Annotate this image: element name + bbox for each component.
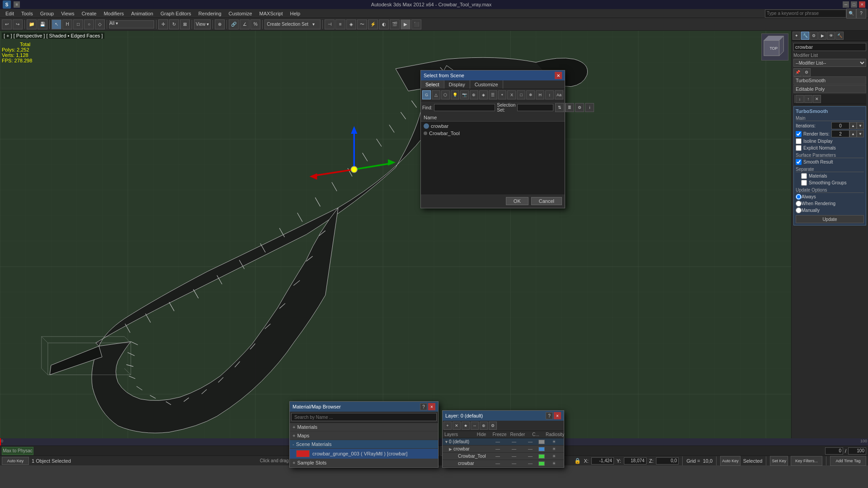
menu-group[interactable]: Group bbox=[37, 11, 58, 16]
expand-crowbar[interactable]: ▶ bbox=[449, 447, 453, 451]
mp-close-btn[interactable]: × bbox=[428, 403, 435, 410]
sel-sort-icon[interactable]: ⇅ bbox=[555, 103, 564, 112]
snap-btn[interactable]: 🔗 bbox=[229, 19, 239, 29]
layer-row-default[interactable]: ▼ 0 (default) — — — ☀ bbox=[443, 438, 564, 446]
modifier-name-input[interactable] bbox=[793, 43, 866, 51]
select-filter-groups[interactable]: □ bbox=[517, 90, 525, 99]
minimize-btn[interactable]: ─ bbox=[843, 1, 849, 8]
tab-display[interactable]: Display bbox=[444, 80, 470, 89]
x-coord-input[interactable] bbox=[591, 457, 614, 465]
rect-select-btn[interactable]: □ bbox=[73, 19, 83, 29]
set-key-btn[interactable]: Set Key bbox=[770, 456, 788, 466]
iterations-down[interactable]: ▼ bbox=[857, 122, 864, 129]
hierarchy-icon[interactable]: ⚙ bbox=[810, 32, 818, 40]
menu-animation[interactable]: Animation bbox=[127, 11, 157, 16]
add-time-tag-btn[interactable]: Add Time Tag bbox=[830, 456, 866, 466]
undo-btn[interactable]: ↩ bbox=[2, 19, 12, 29]
autokey-btn[interactable]: Auto Key bbox=[720, 456, 741, 466]
list-item-crowbar-tool[interactable]: Crowbar_Tool bbox=[422, 130, 564, 137]
select-filter-space[interactable]: ◈ bbox=[479, 90, 488, 99]
select-filter-frozen[interactable]: ❄ bbox=[526, 90, 535, 99]
mp-item-crowbar[interactable]: crowbar_grunge_003 ( VRayMtl ) [crowbar] bbox=[290, 449, 438, 459]
render-iters-up[interactable]: ▲ bbox=[849, 130, 857, 137]
delete-modifier-icon[interactable]: ✕ bbox=[813, 95, 821, 103]
material-editor-btn[interactable]: ◐ bbox=[379, 19, 389, 29]
menu-modifiers[interactable]: Modifiers bbox=[100, 11, 127, 16]
sel-config-icon[interactable]: ⚙ bbox=[575, 103, 584, 112]
angle-snap-btn[interactable]: ∠ bbox=[240, 19, 250, 29]
find-input[interactable] bbox=[434, 104, 495, 111]
select-btn[interactable]: ↖ bbox=[52, 19, 61, 29]
manually-radio[interactable] bbox=[796, 207, 802, 213]
sel-columns-icon[interactable]: ≣ bbox=[565, 103, 574, 112]
materials-checkbox[interactable] bbox=[801, 173, 807, 179]
select-filter-case[interactable]: Aa bbox=[555, 90, 563, 99]
select-by-name-btn[interactable]: H bbox=[62, 19, 72, 29]
menu-customize[interactable]: Customize bbox=[225, 11, 256, 16]
update-btn[interactable]: Update bbox=[796, 215, 864, 223]
scale-btn[interactable]: ⊠ bbox=[180, 19, 190, 29]
motion-icon[interactable]: ▶ bbox=[818, 32, 826, 40]
ref-coord-btn[interactable]: View ▾ bbox=[194, 19, 211, 29]
sel-info-icon[interactable]: i bbox=[585, 103, 594, 112]
mirror-btn[interactable]: ⊣ bbox=[325, 19, 335, 29]
select-filter-geo[interactable]: △ bbox=[432, 90, 440, 99]
z-coord-input[interactable] bbox=[656, 457, 679, 465]
mp-help-btn[interactable]: ? bbox=[420, 403, 427, 410]
menu-create[interactable]: Create bbox=[78, 11, 100, 16]
iterations-input[interactable] bbox=[831, 122, 849, 129]
key-filters-btn[interactable]: Key Filters... bbox=[791, 456, 822, 466]
close-btn[interactable]: ✕ bbox=[859, 1, 865, 8]
lp-active-layer[interactable]: ★ bbox=[462, 422, 470, 430]
select-filter-bones[interactable]: ☰ bbox=[489, 90, 497, 99]
move-up-icon[interactable]: ↑ bbox=[804, 95, 812, 103]
menu-graph-editors[interactable]: Graph Editors bbox=[157, 11, 195, 16]
select-filter-xref[interactable]: X bbox=[507, 90, 516, 99]
circle-select-btn[interactable]: ○ bbox=[84, 19, 94, 29]
select-filter-hidden[interactable]: H bbox=[536, 90, 544, 99]
help-btn[interactable]: ? bbox=[856, 9, 866, 19]
layer-row-crowbar[interactable]: ▶ crowbar — — — ☀ bbox=[443, 446, 564, 453]
config-icon[interactable]: ⚙ bbox=[802, 68, 811, 76]
lp-add-sel-layer[interactable]: ⊕ bbox=[480, 422, 488, 430]
save-btn[interactable]: 💾 bbox=[38, 19, 47, 29]
schematic-btn[interactable]: ⚡ bbox=[368, 19, 378, 29]
isoline-checkbox[interactable] bbox=[796, 138, 802, 144]
select-filter-particles[interactable]: ⚬ bbox=[498, 90, 507, 99]
menu-maxscript[interactable]: MAXScript bbox=[256, 11, 287, 16]
iterations-up[interactable]: ▲ bbox=[849, 122, 857, 129]
move-btn[interactable]: ✛ bbox=[158, 19, 168, 29]
layer-row-crowbar2[interactable]: crowbar — — — ☀ bbox=[443, 460, 564, 467]
selection-set-input[interactable] bbox=[517, 104, 553, 111]
render-iters-down[interactable]: ▼ bbox=[857, 130, 864, 137]
editablepoly-modifier[interactable]: Editable Poly bbox=[793, 85, 866, 93]
select-filter-inverted[interactable]: ↕ bbox=[545, 90, 554, 99]
create-selection-dropdown[interactable]: ▾ bbox=[308, 19, 318, 29]
explicit-normals-checkbox[interactable] bbox=[796, 145, 802, 151]
smoothing-groups-checkbox[interactable] bbox=[801, 180, 807, 186]
select-filter-all[interactable]: G bbox=[422, 90, 431, 99]
expand-default[interactable]: ▼ bbox=[444, 440, 449, 444]
layer-row-crowbar-tool[interactable]: Crowbar_Tool — — — ☀ bbox=[443, 453, 564, 460]
mp-search-input[interactable] bbox=[291, 413, 437, 421]
dialog-close-btn[interactable]: ✕ bbox=[555, 72, 562, 79]
viewport-area[interactable]: [ + ] [ Perspective ] [ Shaded • Edged F… bbox=[0, 31, 791, 438]
search-btn[interactable]: 🔍 bbox=[846, 9, 856, 19]
move-down-icon[interactable]: ↓ bbox=[796, 95, 804, 103]
open-btn[interactable]: 📁 bbox=[27, 19, 37, 29]
render-iters-input[interactable] bbox=[831, 130, 849, 137]
restore-btn[interactable]: □ bbox=[851, 1, 857, 8]
render-setup-btn[interactable]: 🎬 bbox=[390, 19, 400, 29]
curve-editor-btn[interactable]: 〜 bbox=[357, 19, 367, 29]
ok-btn[interactable]: OK bbox=[506, 197, 528, 205]
select-filter-shapes[interactable]: ⬡ bbox=[441, 90, 450, 99]
max-to-physac-btn[interactable]: Max to Physac bbox=[2, 447, 33, 455]
pin-icon[interactable]: 📌 bbox=[793, 68, 802, 76]
smooth-result-checkbox[interactable] bbox=[796, 159, 802, 165]
y-coord-input[interactable] bbox=[624, 457, 646, 465]
lp-help-btn[interactable]: ? bbox=[546, 412, 553, 419]
turbosmooth-modifier[interactable]: TurboSmooth bbox=[793, 76, 866, 84]
menu-views[interactable]: Views bbox=[57, 11, 78, 16]
menu-rendering[interactable]: Rendering bbox=[195, 11, 225, 16]
mp-category-materials[interactable]: + Materials bbox=[290, 423, 438, 432]
